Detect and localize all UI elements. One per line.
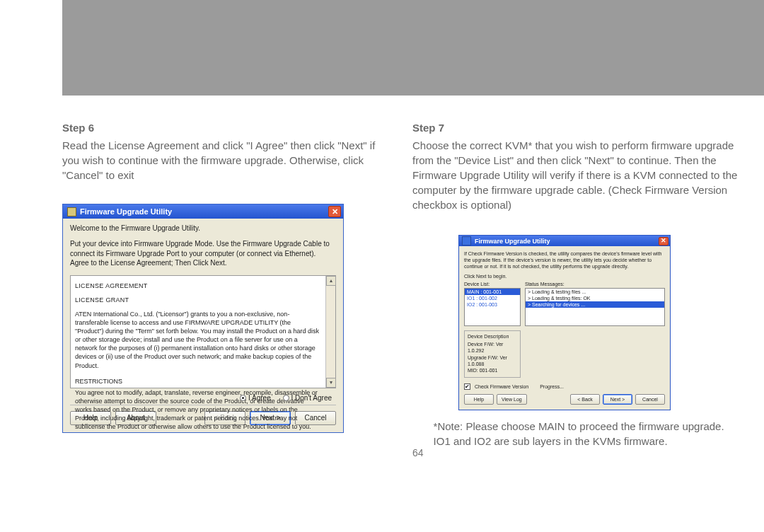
step7-footnote: *Note: Please choose MAIN to proceed the… <box>434 419 743 449</box>
desc-line: Device F/W: Ver 1.0.292 <box>468 341 517 354</box>
page-number: 64 <box>412 447 424 458</box>
license-dialog: Firmware Upgrade Utility ✕ Welcome to th… <box>62 204 344 433</box>
dialog-button-row: Help View Log < Back Next > Cancel <box>464 394 665 405</box>
device-row-io1[interactable]: IO1 : 001-002 <box>465 295 520 301</box>
step6-text: Read the License Agreement and click "I … <box>62 138 393 183</box>
dialog-title: Firmware Upgrade Utility <box>475 238 550 245</box>
progress-label: Progress... <box>540 384 564 389</box>
status-column: Status Messages: > Loading & testing fil… <box>525 282 665 326</box>
right-column: Step 7 Choose the correct KVM* that you … <box>412 122 743 532</box>
back-button[interactable]: < Back <box>570 394 600 405</box>
dialog-titlebar[interactable]: Firmware Upgrade Utility ✕ <box>63 204 343 219</box>
step7-heading: Step 7 <box>412 122 743 134</box>
close-icon[interactable]: ✕ <box>328 206 341 217</box>
device-dialog: Firmware Upgrade Utility ✕ If Check Firm… <box>458 235 671 410</box>
help-button[interactable]: Help <box>464 394 494 405</box>
step7-text: Choose the correct KVM* that you wish to… <box>412 138 743 212</box>
instructions-text: Put your device into Firmware Upgrade Mo… <box>70 239 336 268</box>
check-firmware-row: ✔ Check Firmware Version Progress... <box>464 383 665 390</box>
next-button[interactable]: Next > <box>603 394 632 405</box>
status-label: Status Messages: <box>525 282 665 287</box>
device-description-title: Device Description <box>468 333 517 340</box>
dialog-title: Firmware Upgrade Utility <box>80 207 172 216</box>
step6-heading: Step 6 <box>62 122 393 134</box>
license-agreement-heading: LICENSE AGREEMENT <box>75 282 320 290</box>
device-description: Device Description Device F/W: Ver 1.0.2… <box>464 330 521 378</box>
dialog-body: Welcome to the Firmware Upgrade Utility.… <box>63 219 343 432</box>
restrictions-heading: RESTRICTIONS <box>75 377 320 386</box>
license-content: LICENSE AGREEMENT LICENSE GRANT ATEN Int… <box>75 282 331 432</box>
device-list[interactable]: MAIN : 001-001 IO1 : 001-002 IO2 : 001-0… <box>464 288 521 326</box>
device-list-column: Device List: MAIN : 001-001 IO1 : 001-00… <box>464 282 521 326</box>
device-row-io2[interactable]: IO2 : 001-003 <box>465 301 520 308</box>
left-column: Step 6 Read the License Agreement and cl… <box>62 122 393 532</box>
scroll-down-icon[interactable]: ▾ <box>326 378 336 388</box>
radio-icon <box>283 395 289 401</box>
app-icon <box>462 236 471 245</box>
desc-line: MID: 001-001 <box>468 367 517 374</box>
version-check-explain: If Check Firmware Version is checked, th… <box>464 250 665 270</box>
footnote-row: 64 *Note: Please choose MAIN to proceed … <box>412 419 743 458</box>
viewlog-button[interactable]: View Log <box>497 394 527 405</box>
cancel-button[interactable]: Cancel <box>635 394 665 405</box>
license-textarea[interactable]: ▴ ▾ LICENSE AGREEMENT LICENSE GRANT ATEN… <box>70 275 336 388</box>
device-row-main[interactable]: MAIN : 001-001 <box>465 289 520 295</box>
status-list[interactable]: > Loading & testing files ... > Loading … <box>525 288 665 326</box>
scrollbar[interactable]: ▴ ▾ <box>325 276 335 388</box>
app-icon <box>67 207 76 216</box>
scroll-up-icon[interactable]: ▴ <box>326 276 336 286</box>
dialog-titlebar[interactable]: Firmware Upgrade Utility ✕ <box>459 236 670 246</box>
check-firmware-label: Check Firmware Version <box>475 384 528 389</box>
welcome-text: Welcome to the Firmware Upgrade Utility. <box>70 224 336 232</box>
license-grant-text: ATEN International Co., Ltd. ("Licensor"… <box>75 310 320 370</box>
restrictions-text: You agree not to modify, adapt, translat… <box>75 388 320 432</box>
status-row: > Loading & testing files ... <box>526 289 664 295</box>
device-list-label: Device List: <box>464 282 521 287</box>
license-grant-heading: LICENSE GRANT <box>75 296 320 304</box>
check-firmware-checkbox[interactable]: ✔ <box>464 383 470 390</box>
page-content: Step 6 Read the License Agreement and cl… <box>62 0 743 532</box>
status-row: > Searching for devices ... <box>526 301 664 308</box>
close-icon[interactable]: ✕ <box>659 237 668 245</box>
dialog-body: If Check Firmware Version is checked, th… <box>459 246 670 410</box>
click-next-text: Click Next to begin. <box>464 274 665 279</box>
status-row: > Loading & testing files: OK <box>526 295 664 301</box>
desc-line: Upgrade F/W: Ver 1.0.088 <box>468 354 517 367</box>
